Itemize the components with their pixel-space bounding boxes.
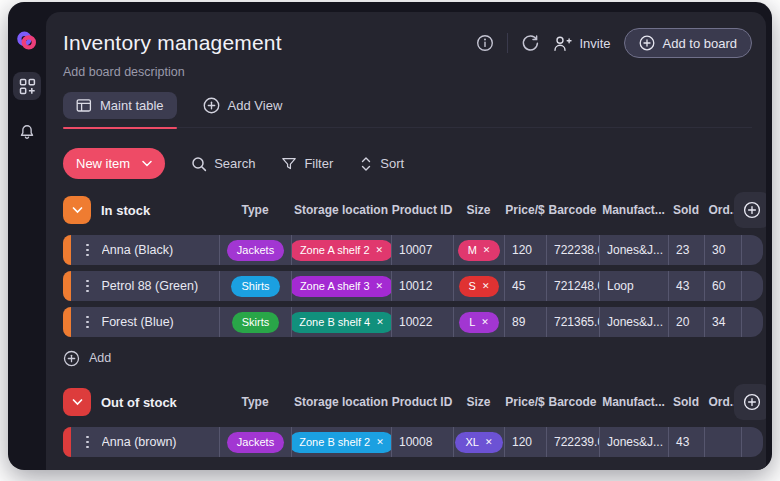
sold-cell[interactable]: 43 (668, 271, 704, 301)
sidebar-item-apps[interactable] (13, 72, 41, 100)
manufacturer-cell[interactable]: Loop (599, 271, 668, 301)
price-cell[interactable]: 89 (504, 307, 546, 337)
item-name[interactable]: Anna (Black) (102, 243, 174, 257)
plus-circle-icon (63, 350, 80, 367)
remove-tag-icon[interactable]: ✕ (376, 318, 384, 327)
price-cell[interactable]: 120 (504, 235, 546, 265)
type-pill[interactable]: Jackets (227, 240, 284, 261)
storage-pill[interactable]: Zone B shelf 2 ✕ (291, 432, 391, 453)
group-collapse-button[interactable] (63, 388, 91, 416)
column-header[interactable]: Type (219, 203, 291, 217)
new-item-button[interactable]: New item (63, 148, 165, 179)
remove-tag-icon[interactable]: ✕ (376, 282, 384, 291)
size-pill[interactable]: M ✕ (458, 240, 501, 261)
item-name[interactable]: Petrol 88 (Green) (102, 279, 199, 293)
column-header[interactable]: Sold (668, 395, 704, 409)
add-item-row[interactable]: Add (63, 345, 763, 371)
barcode-cell[interactable]: 721365.0 (546, 307, 599, 337)
column-header[interactable]: Product ID (391, 395, 453, 409)
filter-button[interactable]: Filter (281, 156, 333, 171)
column-header[interactable]: Size (453, 203, 504, 217)
tab-main-table[interactable]: Maint table (63, 92, 177, 119)
group-title[interactable]: In stock (101, 203, 150, 218)
item-name[interactable]: Forest (Blue) (102, 315, 174, 329)
column-header[interactable]: Manufact... (599, 203, 668, 217)
sold-cell[interactable]: 43 (668, 427, 704, 457)
product-id-cell[interactable]: 10008 (391, 427, 453, 457)
sidebar-item-notifications[interactable] (13, 118, 41, 146)
sold-cell[interactable]: 20 (668, 307, 704, 337)
search-button[interactable]: Search (191, 156, 255, 172)
board-header: Inventory management (46, 12, 766, 128)
column-header[interactable]: Storage location (291, 395, 391, 409)
storage-pill[interactable]: Zone B shelf 4 ✕ (291, 312, 391, 333)
column-header[interactable]: Price/$ (504, 395, 546, 409)
table-row[interactable]: Anna (Black) Jackets Zone A shelf 2 ✕ 10… (63, 235, 763, 265)
chevron-down-icon (72, 206, 83, 214)
column-header[interactable]: Type (219, 395, 291, 409)
barcode-cell[interactable]: 722238.0 (546, 235, 599, 265)
board-activity-button[interactable] (521, 34, 540, 53)
chevron-down-icon (72, 398, 83, 406)
table-row[interactable]: Forest (Blue) Skirts Zone B shelf 4 ✕ 10… (63, 307, 763, 337)
board-info-button[interactable] (476, 34, 494, 52)
storage-pill[interactable]: Zone A shelf 2 ✕ (291, 240, 391, 261)
product-id-cell[interactable]: 10012 (391, 271, 453, 301)
price-cell[interactable]: 45 (504, 271, 546, 301)
row-menu-kebab-icon[interactable] (86, 436, 89, 449)
invite-button[interactable]: Invite (553, 35, 610, 52)
remove-tag-icon[interactable]: ✕ (483, 246, 491, 255)
add-view-button[interactable]: Add View (203, 97, 283, 114)
table-row[interactable]: Anna (brown) Jackets Zone B shelf 2 ✕ 10… (63, 427, 763, 457)
item-name[interactable]: Anna (brown) (102, 435, 177, 449)
sort-button[interactable]: Sort (359, 156, 404, 172)
ordered-cell[interactable]: 60 (704, 271, 741, 301)
manufacturer-cell[interactable]: Jones&J... (599, 307, 668, 337)
sold-cell[interactable]: 23 (668, 235, 704, 265)
remove-tag-icon[interactable]: ✕ (481, 318, 489, 327)
group-collapse-button[interactable] (63, 196, 91, 224)
barcode-cell[interactable]: 721248.0 (546, 271, 599, 301)
type-pill[interactable]: Skirts (232, 312, 280, 333)
add-column-button[interactable] (734, 384, 766, 420)
column-header[interactable]: Product ID (391, 203, 453, 217)
table-row[interactable]: Petrol 88 (Green) Shirts Zone A shelf 3 … (63, 271, 763, 301)
column-header[interactable]: Barcode (546, 203, 599, 217)
price-cell[interactable]: 120 (504, 427, 546, 457)
plus-circle-icon (743, 393, 761, 411)
column-header[interactable]: Sold (668, 203, 704, 217)
ordered-cell[interactable]: 30 (704, 235, 741, 265)
type-pill[interactable]: Jackets (227, 432, 284, 453)
storage-label: Zone B shelf 4 (299, 316, 370, 328)
product-id-cell[interactable]: 10022 (391, 307, 453, 337)
groups: In stock TypeStorage locationProduct IDS… (63, 193, 766, 457)
column-header[interactable]: Manufact... (599, 395, 668, 409)
row-menu-kebab-icon[interactable] (86, 280, 89, 293)
size-pill[interactable]: S ✕ (459, 276, 500, 297)
storage-pill[interactable]: Zone A shelf 3 ✕ (291, 276, 391, 297)
group-title[interactable]: Out of stock (101, 395, 177, 410)
row-menu-kebab-icon[interactable] (86, 316, 89, 329)
page-title[interactable]: Inventory management (63, 31, 282, 55)
remove-tag-icon[interactable]: ✕ (485, 438, 493, 447)
column-header[interactable]: Size (453, 395, 504, 409)
column-header[interactable]: Barcode (546, 395, 599, 409)
row-menu-kebab-icon[interactable] (86, 244, 89, 257)
ordered-cell[interactable]: 34 (704, 307, 741, 337)
remove-tag-icon[interactable]: ✕ (376, 246, 384, 255)
barcode-cell[interactable]: 722239.0 (546, 427, 599, 457)
remove-tag-icon[interactable]: ✕ (482, 282, 490, 291)
manufacturer-cell[interactable]: Jones&J... (599, 235, 668, 265)
ordered-cell[interactable] (704, 427, 741, 457)
manufacturer-cell[interactable]: Jones&J... (599, 427, 668, 457)
product-id-cell[interactable]: 10007 (391, 235, 453, 265)
column-header[interactable]: Price/$ (504, 203, 546, 217)
add-to-board-button[interactable]: Add to board (624, 28, 752, 58)
remove-tag-icon[interactable]: ✕ (376, 438, 384, 447)
type-pill[interactable]: Shirts (231, 276, 279, 297)
column-header[interactable]: Storage location (291, 203, 391, 217)
size-pill[interactable]: XL ✕ (455, 432, 502, 453)
add-column-button[interactable] (734, 192, 766, 228)
size-pill[interactable]: L ✕ (459, 312, 499, 333)
board-description[interactable]: Add board description (63, 65, 752, 79)
